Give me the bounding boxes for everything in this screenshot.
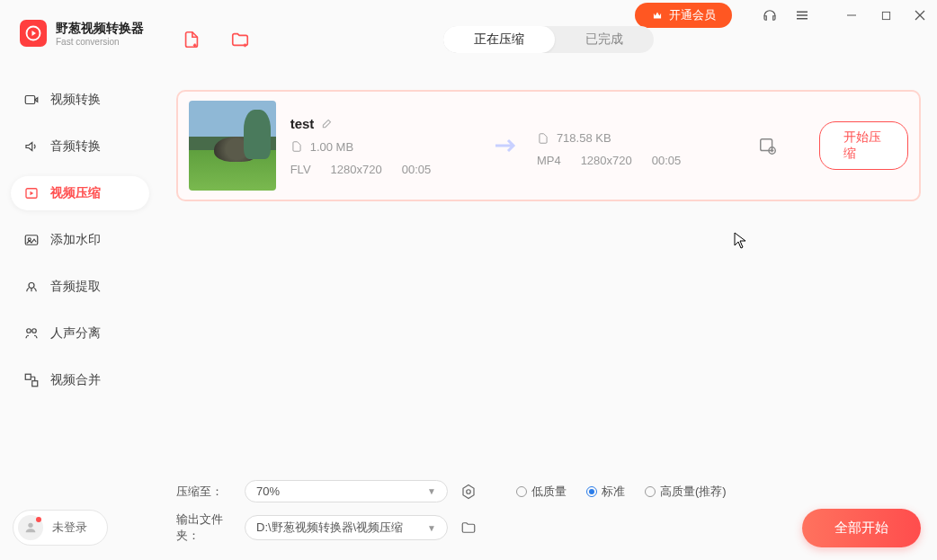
svg-rect-15 [25, 374, 31, 379]
radio-icon [645, 486, 656, 497]
video-compress-icon [23, 185, 40, 201]
tab-completed[interactable]: 已完成 [555, 26, 654, 53]
app-logo: 野葱视频转换器 Fast conversion [0, 0, 160, 47]
sidebar-item-video-convert[interactable]: 视频转换 [11, 83, 149, 117]
logo-icon [20, 20, 47, 47]
out-resolution: 1280x720 [581, 154, 632, 167]
sidebar-item-label: 人声分离 [50, 325, 101, 342]
avatar-icon [18, 515, 43, 540]
out-format: MP4 [537, 154, 561, 167]
start-compress-button[interactable]: 开始压缩 [819, 121, 908, 170]
src-duration: 00:05 [402, 163, 432, 176]
sidebar-item-label: 添加水印 [50, 232, 101, 248]
video-convert-icon [23, 92, 40, 108]
radio-icon [516, 486, 527, 497]
sidebar-item-audio-extract[interactable]: 音频提取 [11, 270, 149, 304]
preset-icon[interactable] [460, 484, 477, 500]
app-subtitle: Fast conversion [56, 37, 144, 47]
quality-low-radio[interactable]: 低质量 [516, 484, 567, 500]
src-size: 1.00 MB [310, 140, 353, 154]
sidebar-item-audio-convert[interactable]: 音频转换 [11, 129, 149, 164]
sidebar-item-label: 视频合并 [50, 372, 101, 388]
svg-rect-18 [761, 139, 772, 151]
arrow-icon [494, 137, 522, 155]
video-merge-icon [23, 372, 40, 388]
sidebar-item-label: 视频转换 [50, 92, 101, 108]
compress-to-label: 压缩至： [176, 484, 232, 500]
tab-compressing[interactable]: 正在压缩 [443, 26, 555, 53]
out-size: 718.58 KB [557, 131, 611, 145]
quality-standard-radio[interactable]: 标准 [586, 484, 625, 500]
svg-point-20 [467, 489, 471, 493]
vocal-split-icon [23, 325, 40, 342]
chevron-down-icon: ▼ [427, 523, 436, 533]
radio-icon [586, 486, 597, 497]
edit-name-icon[interactable] [321, 117, 334, 129]
app-title: 野葱视频转换器 [56, 21, 144, 37]
sidebar-item-video-compress[interactable]: 视频压缩 [11, 176, 149, 210]
sidebar-item-vocal-split[interactable]: 人声分离 [11, 316, 149, 351]
watermark-icon [23, 232, 40, 248]
audio-extract-icon [23, 279, 40, 295]
file-card[interactable]: test 1.00 MB FLV 1280x720 00:05 [176, 90, 921, 201]
svg-rect-16 [32, 381, 38, 387]
open-folder-icon[interactable] [460, 520, 477, 536]
item-settings-icon[interactable] [758, 136, 778, 156]
audio-convert-icon [23, 138, 40, 155]
file-icon [290, 140, 303, 153]
compress-value: 70% [256, 484, 280, 498]
chevron-down-icon: ▼ [427, 486, 436, 496]
sidebar-item-watermark[interactable]: 添加水印 [11, 223, 149, 257]
svg-point-14 [32, 329, 37, 333]
file-icon [537, 132, 549, 145]
add-file-button[interactable] [180, 28, 203, 51]
sidebar-item-label: 音频转换 [50, 138, 101, 155]
svg-rect-8 [25, 96, 35, 104]
sidebar-item-video-merge[interactable]: 视频合并 [11, 363, 149, 397]
sidebar-item-label: 音频提取 [50, 279, 101, 295]
video-thumbnail [189, 101, 276, 191]
src-resolution: 1280x720 [331, 163, 382, 176]
file-name: test [290, 116, 315, 131]
output-folder-label: 输出文件夹： [176, 511, 232, 544]
add-folder-button[interactable] [228, 28, 252, 51]
svg-point-17 [28, 523, 32, 528]
start-all-button[interactable]: 全部开始 [802, 509, 921, 547]
compress-percent-dropdown[interactable]: 70% ▼ [245, 480, 448, 502]
user-status: 未登录 [52, 520, 87, 536]
svg-point-13 [27, 329, 31, 333]
output-folder-dropdown[interactable]: D:\野葱视频转换器\视频压缩 ▼ [245, 515, 448, 540]
user-login-button[interactable]: 未登录 [13, 510, 108, 546]
output-path: D:\野葱视频转换器\视频压缩 [256, 520, 403, 536]
sidebar-item-label: 视频压缩 [50, 185, 101, 201]
src-format: FLV [290, 163, 311, 176]
svg-point-12 [29, 283, 34, 289]
quality-high-radio[interactable]: 高质量(推荐) [645, 484, 727, 500]
out-duration: 00:05 [652, 154, 682, 167]
